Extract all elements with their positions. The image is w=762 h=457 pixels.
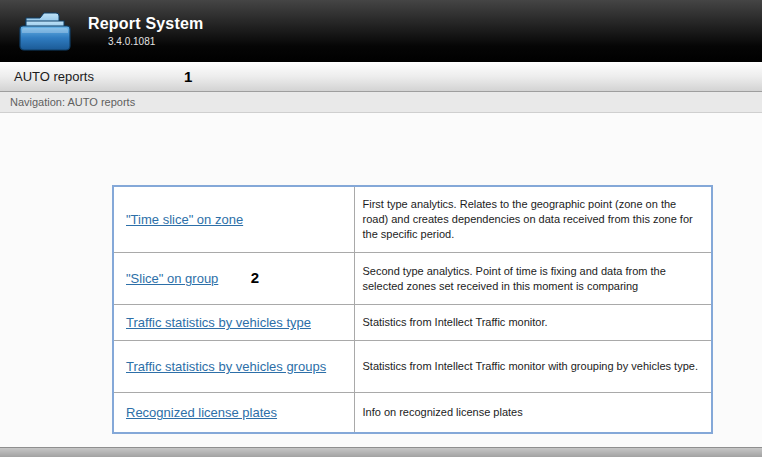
callout-2: 2: [251, 269, 259, 286]
table-row: Traffic statistics by vehicles groups St…: [113, 340, 712, 392]
folder-icon: [18, 8, 72, 54]
app-header: Report System 3.4.0.1081: [0, 0, 762, 62]
report-link-cell: Traffic statistics by vehicles type: [113, 304, 354, 340]
report-types-table: "Time slice" on zone First type analytic…: [112, 185, 713, 434]
link-time-slice-on-zone[interactable]: "Time slice" on zone: [126, 212, 243, 227]
link-recognized-license-plates[interactable]: Recognized license plates: [126, 405, 277, 420]
menu-item-auto-reports[interactable]: AUTO reports: [10, 67, 98, 86]
app-version: 3.4.0.1081: [108, 36, 204, 47]
table-row: "Slice" on group 2 Second type analytics…: [113, 252, 712, 304]
footer-bar: [0, 447, 762, 457]
report-system-window: Report System 3.4.0.1081 AUTO reports 1 …: [0, 0, 762, 457]
app-title: Report System: [88, 15, 204, 33]
folder-icon-svg: [19, 9, 71, 53]
callout-1: 1: [184, 68, 192, 85]
menu-bar: AUTO reports 1: [0, 62, 762, 92]
report-link-cell: "Time slice" on zone: [113, 186, 354, 252]
report-description: Statistics from Intellect Traffic monito…: [354, 340, 712, 392]
link-traffic-statistics-by-vehicles-groups[interactable]: Traffic statistics by vehicles groups: [126, 359, 326, 374]
breadcrumb-bar: Navigation: AUTO reports: [0, 92, 762, 113]
main-content: "Time slice" on zone First type analytic…: [0, 113, 762, 447]
report-description: Info on recognized license plates: [354, 392, 712, 433]
table-row: "Time slice" on zone First type analytic…: [113, 186, 712, 252]
breadcrumb: Navigation: AUTO reports: [10, 96, 135, 108]
report-link-cell: Traffic statistics by vehicles groups: [113, 340, 354, 392]
table-row: Traffic statistics by vehicles type Stat…: [113, 304, 712, 340]
header-titles: Report System 3.4.0.1081: [88, 15, 204, 47]
report-description: Statistics from Intellect Traffic monito…: [354, 304, 712, 340]
report-link-cell: "Slice" on group 2: [113, 252, 354, 304]
link-slice-on-group[interactable]: "Slice" on group: [126, 271, 218, 286]
report-description: First type analytics. Relates to the geo…: [354, 186, 712, 252]
link-traffic-statistics-by-vehicles-type[interactable]: Traffic statistics by vehicles type: [126, 315, 311, 330]
report-description: Second type analytics. Point of time is …: [354, 252, 712, 304]
table-row: Recognized license plates Info on recogn…: [113, 392, 712, 433]
report-link-cell: Recognized license plates: [113, 392, 354, 433]
